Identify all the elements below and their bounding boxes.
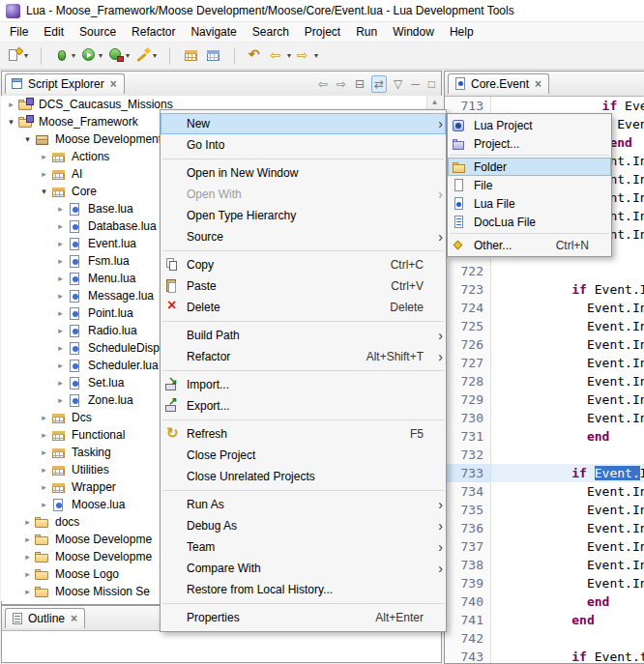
external-tools-button[interactable]: ▾ [105, 45, 132, 67]
twistie-icon[interactable]: ▸ [54, 308, 67, 318]
menu-item-build-path[interactable]: Build Path› [161, 325, 446, 346]
tab-core-event[interactable]: Core.Event × [448, 73, 549, 94]
twistie-icon[interactable]: ▸ [54, 221, 67, 231]
close-icon[interactable]: × [110, 79, 117, 89]
twistie-icon[interactable]: ▸ [54, 395, 67, 405]
code-line[interactable]: 727 Event.In [445, 354, 644, 372]
run-button[interactable]: ▾ [78, 45, 105, 67]
twistie-icon[interactable]: ▸ [21, 569, 34, 579]
menu-item-import[interactable]: Import... [161, 374, 446, 395]
code-line[interactable]: 735 Event.In [445, 501, 644, 519]
menu-item-doclua-file[interactable]: DocLua File [448, 213, 611, 231]
menu-item-run-as[interactable]: Run As› [161, 494, 446, 515]
debug-button[interactable]: ▾ [51, 45, 78, 67]
menubar-source[interactable]: Source [72, 23, 124, 41]
menu-item-compare-with[interactable]: Compare With› [161, 558, 446, 579]
code-line[interactable]: 738 Event.In [445, 556, 644, 574]
twistie-icon[interactable]: ▸ [54, 256, 67, 266]
collapse-all-icon[interactable]: ⊟ [353, 76, 366, 92]
menu-item-properties[interactable]: PropertiesAlt+Enter [161, 607, 446, 628]
menu-item-paste[interactable]: PasteCtrl+V [161, 275, 446, 297]
forward-icon[interactable]: ⇨ [335, 76, 348, 92]
twistie-icon[interactable]: ▸ [38, 482, 50, 492]
twistie-icon[interactable]: ▸ [54, 326, 67, 335]
menu-item-new[interactable]: New› [161, 113, 446, 134]
menu-item-folder[interactable]: Folder [448, 158, 611, 176]
new-wizard-button[interactable]: ▾ [4, 45, 31, 67]
code-line[interactable]: 723 if Event.I [445, 280, 644, 299]
menu-item-copy[interactable]: CopyCtrl+C [161, 254, 446, 275]
code-line[interactable]: 730 Event.In [445, 409, 644, 427]
view-menu-icon[interactable]: ▽ [392, 76, 404, 92]
code-line[interactable]: 741 end [445, 611, 644, 629]
twistie-icon[interactable]: ▸ [21, 534, 34, 544]
menubar-edit[interactable]: Edit [36, 23, 72, 41]
dropdown-caret-icon[interactable]: ▾ [72, 51, 75, 60]
tab-script-explorer[interactable]: Script Explorer × [5, 73, 125, 94]
twistie-icon[interactable]: ▸ [38, 152, 50, 161]
menu-item-project[interactable]: Project... [448, 134, 611, 153]
twistie-icon[interactable]: ▸ [54, 204, 67, 214]
code-line[interactable]: 739 Event.In [445, 574, 644, 592]
code-line[interactable]: 740 end [445, 592, 644, 611]
menu-item-lua-project[interactable]: Lua Project [448, 116, 611, 134]
menu-item-lua-file[interactable]: Lua File [448, 194, 611, 213]
menubar-navigate[interactable]: Navigate [183, 23, 244, 41]
twistie-icon[interactable]: ▾ [38, 187, 50, 196]
menu-item-open-type-hierarchy[interactable]: Open Type Hierarchy [161, 205, 446, 226]
menu-item-delete[interactable]: DeleteDelete [161, 297, 446, 318]
dropdown-caret-icon[interactable]: ▾ [99, 51, 102, 60]
menu-item-file[interactable]: File [448, 176, 611, 194]
twistie-icon[interactable]: ▸ [21, 552, 34, 562]
dropdown-caret-icon[interactable]: ▾ [153, 51, 157, 60]
back-icon[interactable]: ⇦ [316, 76, 330, 92]
link-with-editor-icon[interactable]: ⇄ [371, 75, 387, 93]
twistie-icon[interactable]: ▸ [54, 343, 67, 353]
dropdown-caret-icon[interactable]: ▾ [126, 51, 130, 60]
twistie-icon[interactable]: ▸ [5, 100, 17, 109]
twistie-icon[interactable]: ▸ [38, 430, 50, 440]
code-line[interactable]: 729 Event.In [445, 390, 644, 409]
dropdown-caret-icon[interactable]: ▾ [287, 51, 291, 60]
menubar-file[interactable]: File [2, 23, 36, 41]
menu-item-refresh[interactable]: RefreshF5 [161, 423, 446, 445]
last-edit-location-button[interactable] [245, 45, 267, 67]
menubar-run[interactable]: Run [348, 23, 385, 41]
close-icon[interactable]: × [71, 614, 77, 623]
twistie-icon[interactable]: ▸ [38, 169, 50, 179]
menu-item-open-with[interactable]: Open With› [161, 184, 446, 205]
scroll-up-icon[interactable]: ▲ [427, 96, 442, 109]
code-line[interactable]: 734 Event.In [445, 482, 644, 501]
code-line[interactable]: 722 [445, 262, 644, 280]
twistie-icon[interactable]: ▸ [38, 465, 50, 475]
twistie-icon[interactable]: ▾ [5, 117, 17, 127]
dropdown-caret-icon[interactable]: ▾ [24, 51, 28, 60]
tab-outline[interactable]: Outline × [5, 608, 85, 628]
table-view-button[interactable] [180, 45, 202, 67]
back-history-button[interactable]: ▾ [267, 45, 294, 67]
menu-item-refactor[interactable]: RefactorAlt+Shift+T› [161, 346, 446, 367]
code-line[interactable]: 728 Event.In [445, 372, 644, 390]
menubar-help[interactable]: Help [442, 23, 482, 41]
code-line[interactable]: 733 if Event.In [445, 464, 644, 482]
menubar-project[interactable]: Project [297, 23, 348, 41]
menubar-refactor[interactable]: Refactor [124, 23, 183, 41]
twistie-icon[interactable]: ▸ [54, 274, 67, 283]
menu-item-debug-as[interactable]: Debug As› [161, 515, 446, 536]
menu-item-open-in-new-window[interactable]: Open in New Window [161, 162, 446, 184]
code-line[interactable]: 737 Event.In [445, 537, 644, 556]
table-edit-button[interactable] [202, 45, 224, 67]
menu-item-go-into[interactable]: Go Into [161, 134, 446, 156]
minimize-icon[interactable]: ─ [409, 76, 422, 92]
twistie-icon[interactable]: ▸ [38, 447, 50, 457]
twistie-icon[interactable]: ▸ [21, 587, 34, 596]
twistie-icon[interactable]: ▸ [21, 517, 34, 527]
search-wand-button[interactable]: ▾ [132, 45, 160, 67]
menu-item-other[interactable]: Other...Ctrl+N [448, 236, 611, 254]
menubar-search[interactable]: Search [245, 23, 297, 41]
twistie-icon[interactable]: ▸ [38, 413, 50, 422]
code-line[interactable]: 743 if Event.ta [445, 648, 644, 663]
code-line[interactable]: 742 [445, 629, 644, 648]
menu-item-export[interactable]: Export... [161, 395, 446, 417]
code-line[interactable]: 726 Event.In [445, 335, 644, 354]
